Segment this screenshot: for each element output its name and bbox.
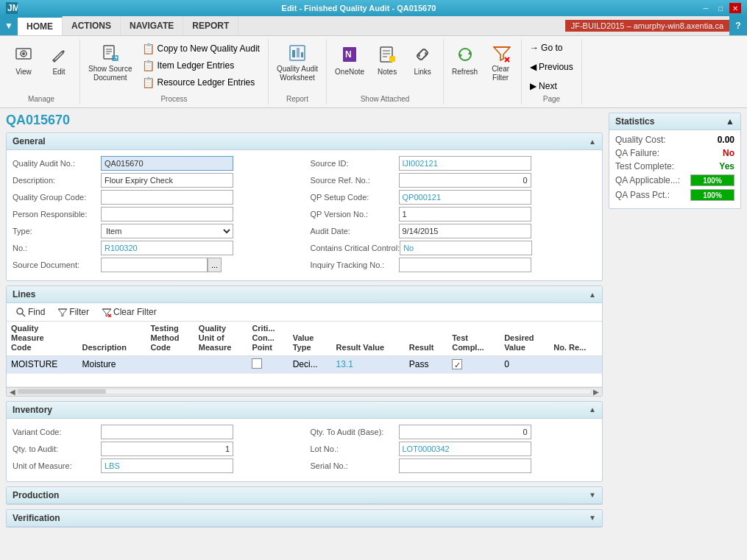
- table-row[interactable]: MOISTURE Moisture Deci... 13.1 Pass 0: [7, 355, 602, 373]
- scroll-left-arrow[interactable]: ◀: [8, 388, 17, 396]
- svg-line-25: [22, 313, 25, 316]
- inventory-right-col: Qty. To Audit (Base): Lot No.: Serial No…: [311, 425, 597, 475]
- person-resp-input[interactable]: [101, 207, 233, 221]
- serial-no-input[interactable]: [399, 458, 531, 473]
- goto-button[interactable]: → Go to: [526, 40, 566, 55]
- qa-failure-label: QA Failure:: [615, 148, 659, 158]
- resource-ledger-button[interactable]: 📋 Resource Ledger Entries: [138, 74, 263, 91]
- copy-to-new-button[interactable]: 📋 Copy to New Quality Audit: [138, 40, 263, 57]
- source-id-input[interactable]: [399, 156, 531, 171]
- scrollbar-track[interactable]: [17, 389, 592, 394]
- copy-to-new-label: Copy to New Quality Audit: [157, 43, 259, 54]
- find-button[interactable]: Find: [13, 306, 48, 318]
- next-button[interactable]: ▶ Next: [526, 79, 561, 93]
- variant-code-input[interactable]: [101, 425, 233, 439]
- links-icon: [411, 43, 434, 66]
- window-title: Edit - Finished Quality Audit - QA015670: [18, 4, 700, 13]
- cell-no-re: [549, 355, 602, 373]
- lines-scrollbar[interactable]: ◀ ▶: [7, 387, 602, 396]
- source-ref-row: Source Ref. No.:: [311, 173, 597, 188]
- no-input[interactable]: [101, 241, 233, 255]
- maximize-btn[interactable]: □: [715, 3, 726, 13]
- svg-point-4: [22, 52, 25, 55]
- previous-icon: ◀: [530, 62, 537, 72]
- qa-no-input[interactable]: [101, 156, 233, 171]
- uom-input[interactable]: [101, 458, 233, 473]
- critical-control-input[interactable]: [400, 241, 532, 255]
- onenote-button[interactable]: N OneNote: [331, 40, 368, 83]
- cell-result: Pass: [405, 355, 447, 373]
- statistics-header[interactable]: Statistics ▲: [609, 113, 740, 130]
- filter-button[interactable]: Filter: [54, 306, 92, 318]
- links-button[interactable]: Links: [406, 40, 439, 83]
- qp-version-input[interactable]: [399, 207, 531, 221]
- inventory-form-grid: Variant Code: Qty. to Audit: Unit of Mea…: [13, 425, 596, 475]
- view-button[interactable]: View: [7, 40, 40, 83]
- next-icon: ▶: [530, 81, 537, 91]
- close-btn[interactable]: ✕: [729, 3, 741, 13]
- scrollbar-thumb[interactable]: [18, 389, 106, 394]
- show-attached-label: Show Attached: [331, 93, 439, 103]
- lines-section-header[interactable]: Lines ▲: [7, 286, 602, 303]
- quality-cost-label: Quality Cost:: [615, 135, 666, 145]
- previous-button[interactable]: ◀ Previous: [526, 60, 577, 74]
- scroll-right-arrow[interactable]: ▶: [592, 388, 601, 396]
- col-desired-value: DesiredValue: [500, 322, 549, 355]
- lot-no-input[interactable]: [399, 442, 531, 456]
- resource-ledger-label: Resource Ledger Entries: [157, 77, 255, 88]
- clear-filter-button[interactable]: ClearFilter: [484, 40, 517, 83]
- verification-section-header[interactable]: Verification ▼: [7, 510, 602, 527]
- source-doc-input[interactable]: [101, 258, 208, 272]
- minimize-btn[interactable]: ─: [700, 3, 712, 13]
- manage-group-label: Manage: [7, 93, 75, 103]
- show-source-button[interactable]: Show SourceDocument: [85, 40, 135, 83]
- critical-checkbox[interactable]: [252, 358, 262, 369]
- test-complete-checkbox[interactable]: [452, 359, 462, 369]
- type-select[interactable]: Item: [101, 224, 233, 238]
- previous-label: Previous: [539, 62, 573, 72]
- type-label: Type:: [13, 227, 101, 235]
- clear-filter-lines-button[interactable]: Clear Filter: [98, 306, 160, 318]
- refresh-button[interactable]: Refresh: [448, 40, 481, 83]
- description-label: Description:: [13, 176, 101, 185]
- ribbon-process-buttons: Show SourceDocument 📋 Copy to New Qualit…: [85, 40, 263, 93]
- cell-result-value: 13.1: [332, 355, 405, 373]
- edit-label: Edit: [52, 68, 65, 77]
- svg-rect-11: [292, 50, 295, 57]
- qty-audit-base-input[interactable]: [399, 425, 531, 439]
- audit-date-input[interactable]: [399, 224, 531, 238]
- tab-navigate[interactable]: NAVIGATE: [121, 16, 183, 35]
- window-controls[interactable]: ─ □ ✕: [700, 3, 741, 13]
- tab-home[interactable]: HOME: [18, 16, 63, 35]
- ribbon-group-refresh: Refresh ClearFilter: [444, 39, 522, 104]
- help-btn[interactable]: ?: [729, 16, 747, 35]
- env-label: JF-BUILD2015 – amurphy-win8.axentia.ca: [565, 20, 729, 32]
- inquiry-tracking-input[interactable]: [399, 258, 531, 272]
- qty-audit-input[interactable]: [101, 442, 233, 456]
- general-section-header[interactable]: General ▲: [7, 133, 602, 150]
- production-section-header[interactable]: Production ▼: [7, 487, 602, 504]
- quality-group-input[interactable]: [101, 190, 233, 205]
- production-chevron: ▼: [589, 491, 596, 499]
- source-ref-input[interactable]: [399, 173, 531, 188]
- source-doc-btn[interactable]: ...: [208, 258, 222, 272]
- quality-cost-value: 0.00: [718, 135, 734, 145]
- description-input[interactable]: [101, 173, 233, 188]
- qa-applicable-progress: 100%: [690, 174, 734, 186]
- item-ledger-button[interactable]: 📋 Item Ledger Entries: [138, 57, 263, 74]
- qp-setup-input[interactable]: [399, 190, 531, 205]
- ribbon-page-buttons: → Go to ◀ Previous ▶ Next: [526, 40, 577, 93]
- qa-pass-pct-label: QA Pass Pct.:: [615, 190, 670, 200]
- qty-audit-label: Qty. to Audit:: [13, 444, 101, 453]
- edit-button[interactable]: Edit: [43, 40, 75, 83]
- tab-report[interactable]: REPORT: [183, 16, 238, 35]
- inventory-section-header[interactable]: Inventory ▲: [7, 402, 602, 419]
- ribbon-arrow[interactable]: ▼: [0, 16, 18, 35]
- critical-control-label: Contains Critical Control:: [311, 244, 400, 252]
- cell-qm-code: MOISTURE: [7, 355, 78, 373]
- col-result-value: Result Value: [332, 322, 405, 355]
- col-no-re: No. Re...: [549, 322, 602, 355]
- qa-worksheet-button[interactable]: Quality AuditWorksheet: [273, 40, 322, 83]
- tab-actions[interactable]: ACTIONS: [63, 16, 121, 35]
- notes-button[interactable]: Notes: [371, 40, 403, 83]
